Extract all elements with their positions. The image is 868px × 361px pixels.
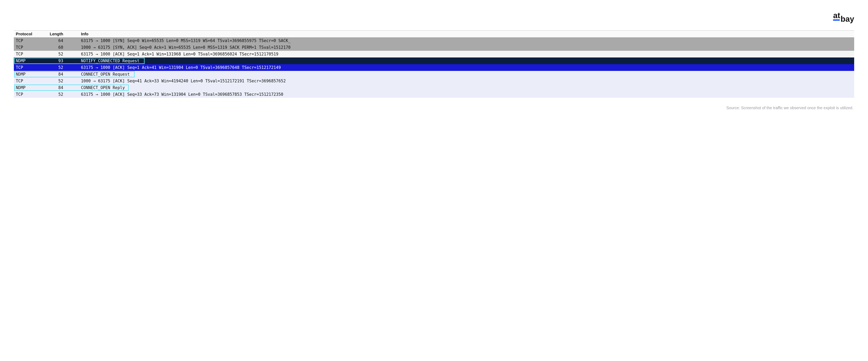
column-header-length[interactable]: Length — [45, 31, 79, 37]
cell-protocol: TCP — [14, 37, 45, 44]
cell-protocol: TCP — [14, 64, 45, 71]
table-row[interactable]: TCP5263175 → 1000 [ACK] Seq=1 Ack=1 Win=… — [14, 51, 854, 57]
cell-info: CONNECT_OPEN Reply — [79, 85, 854, 91]
cell-info: 63175 → 1000 [ACK] Seq=1 Ack=1 Win=13196… — [79, 51, 854, 57]
packet-capture-table: Protocol Length Info TCP6463175 → 1000 [… — [14, 30, 854, 98]
table-row[interactable]: NDMP84CONNECT_OPEN Request — [14, 71, 854, 78]
cell-length: 84 — [45, 85, 79, 91]
cell-protocol: TCP — [14, 51, 45, 57]
column-header-protocol[interactable]: Protocol — [14, 31, 45, 37]
table-row[interactable]: TCP601000 → 63175 [SYN, ACK] Seq=0 Ack=1… — [14, 44, 854, 51]
column-header-info[interactable]: Info — [79, 31, 854, 37]
table-row[interactable]: TCP5263175 → 1000 [ACK] Seq=33 Ack=73 Wi… — [14, 91, 854, 98]
cell-length: 64 — [45, 37, 79, 44]
cell-info: CONNECT_OPEN Request — [79, 71, 854, 78]
brand-logo: at bay — [14, 12, 854, 23]
table-row[interactable]: NDMP93NOTIFY_CONNECTED Request — [14, 57, 854, 64]
table-row[interactable]: NDMP84CONNECT_OPEN Reply — [14, 84, 854, 91]
cell-length: 52 — [45, 51, 79, 57]
cell-info: 1000 → 63175 [SYN, ACK] Seq=0 Ack=1 Win=… — [79, 44, 854, 51]
cell-length: 52 — [45, 78, 79, 84]
cell-info: 63175 → 1000 [SYN] Seq=0 Win=65535 Len=0… — [79, 37, 854, 44]
cell-info: 63175 → 1000 [ACK] Seq=1 Ack=41 Win=1319… — [79, 64, 854, 71]
logo-part-at: at — [833, 12, 840, 19]
cell-length: 60 — [45, 44, 79, 51]
figure-caption: Source: Screenshot of the traffic we obs… — [14, 106, 854, 110]
cell-protocol: TCP — [14, 44, 45, 51]
cell-protocol: TCP — [14, 78, 45, 84]
cell-info: NOTIFY_CONNECTED Request — [79, 58, 854, 64]
logo-underline — [833, 19, 840, 21]
cell-protocol: TCP — [14, 91, 45, 98]
cell-protocol: NDMP — [14, 85, 45, 91]
cell-info: 63175 → 1000 [ACK] Seq=33 Ack=73 Win=131… — [79, 91, 854, 98]
table-header-row: Protocol Length Info — [14, 31, 854, 37]
cell-length: 52 — [45, 64, 79, 71]
cell-length: 93 — [45, 58, 79, 64]
table-row[interactable]: TCP521000 → 63175 [ACK] Seq=41 Ack=33 Wi… — [14, 78, 854, 84]
table-row[interactable]: TCP6463175 → 1000 [SYN] Seq=0 Win=65535 … — [14, 37, 854, 44]
cell-info: 1000 → 63175 [ACK] Seq=41 Ack=33 Win=419… — [79, 78, 854, 84]
logo-part-bay: bay — [841, 16, 854, 23]
table-row[interactable]: TCP5263175 → 1000 [ACK] Seq=1 Ack=41 Win… — [14, 64, 854, 71]
cell-length: 52 — [45, 91, 79, 98]
cell-protocol: NDMP — [14, 58, 45, 64]
cell-protocol: NDMP — [14, 71, 45, 78]
cell-length: 84 — [45, 71, 79, 78]
